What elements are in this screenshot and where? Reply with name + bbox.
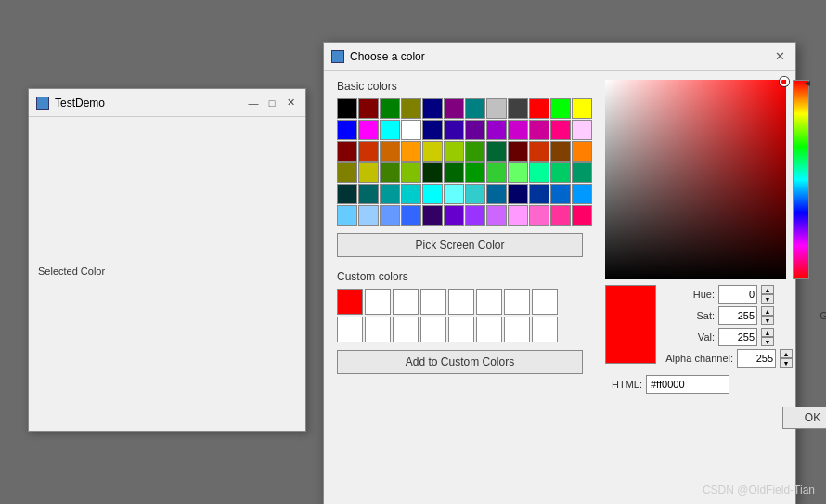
custom-color-swatch[interactable]: [532, 317, 558, 342]
sat-spin-down[interactable]: ▼: [761, 316, 774, 325]
pick-screen-color-button[interactable]: Pick Screen Color: [337, 233, 583, 257]
basic-color-swatch[interactable]: [465, 205, 485, 226]
basic-color-swatch[interactable]: [380, 205, 400, 226]
basic-color-swatch[interactable]: [422, 184, 443, 204]
basic-color-swatch[interactable]: [486, 162, 507, 183]
basic-color-swatch[interactable]: [380, 184, 400, 204]
basic-color-swatch[interactable]: [572, 98, 592, 119]
basic-color-swatch[interactable]: [572, 162, 592, 183]
basic-color-swatch[interactable]: [401, 162, 421, 183]
basic-color-swatch[interactable]: [380, 120, 400, 140]
basic-color-swatch[interactable]: [337, 184, 357, 204]
basic-color-swatch[interactable]: [529, 141, 549, 162]
basic-color-swatch[interactable]: [401, 120, 421, 140]
val-spin-up[interactable]: ▲: [761, 328, 774, 337]
basic-color-swatch[interactable]: [444, 184, 464, 204]
val-input[interactable]: [718, 328, 757, 346]
basic-color-swatch[interactable]: [508, 205, 528, 226]
custom-color-swatch[interactable]: [337, 317, 363, 342]
custom-color-swatch[interactable]: [420, 289, 446, 315]
basic-color-swatch[interactable]: [572, 184, 592, 204]
basic-color-swatch[interactable]: [508, 184, 528, 204]
basic-color-swatch[interactable]: [380, 98, 400, 119]
basic-color-swatch[interactable]: [337, 141, 357, 162]
bg-maximize-button[interactable]: □: [265, 96, 279, 110]
basic-color-swatch[interactable]: [508, 98, 528, 119]
alpha-spin-up[interactable]: ▲: [780, 349, 793, 358]
basic-color-swatch[interactable]: [529, 184, 549, 204]
basic-color-swatch[interactable]: [358, 141, 379, 162]
basic-color-swatch[interactable]: [444, 98, 464, 119]
basic-color-swatch[interactable]: [529, 162, 549, 183]
basic-color-swatch[interactable]: [444, 141, 464, 162]
basic-color-swatch[interactable]: [358, 184, 379, 204]
basic-color-swatch[interactable]: [358, 98, 379, 119]
basic-color-swatch[interactable]: [465, 120, 485, 140]
basic-color-swatch[interactable]: [508, 162, 528, 183]
basic-color-swatch[interactable]: [550, 184, 571, 204]
custom-color-swatch[interactable]: [504, 289, 530, 315]
sat-spin-up[interactable]: ▲: [761, 306, 774, 316]
hue-spin-up[interactable]: ▲: [761, 285, 774, 294]
basic-color-swatch[interactable]: [550, 205, 571, 226]
basic-color-swatch[interactable]: [380, 141, 400, 162]
basic-color-swatch[interactable]: [401, 141, 421, 162]
basic-color-swatch[interactable]: [550, 120, 571, 140]
custom-color-swatch[interactable]: [504, 317, 530, 342]
basic-color-swatch[interactable]: [337, 162, 357, 183]
html-input[interactable]: [646, 375, 729, 394]
custom-color-swatch[interactable]: [365, 289, 391, 315]
alpha-spin-down[interactable]: ▼: [780, 358, 793, 368]
basic-color-swatch[interactable]: [529, 120, 549, 140]
basic-color-swatch[interactable]: [486, 184, 507, 204]
basic-color-swatch[interactable]: [508, 141, 528, 162]
custom-color-swatch[interactable]: [393, 317, 419, 342]
basic-color-swatch[interactable]: [465, 184, 485, 204]
custom-color-swatch[interactable]: [476, 289, 502, 315]
basic-color-swatch[interactable]: [444, 205, 464, 226]
basic-color-swatch[interactable]: [465, 98, 485, 119]
custom-color-swatch[interactable]: [365, 317, 391, 342]
bg-minimize-button[interactable]: —: [246, 96, 261, 110]
basic-color-swatch[interactable]: [465, 162, 485, 183]
basic-color-swatch[interactable]: [337, 98, 357, 119]
basic-color-swatch[interactable]: [508, 120, 528, 140]
basic-color-swatch[interactable]: [529, 205, 549, 226]
basic-color-swatch[interactable]: [401, 184, 421, 204]
basic-color-swatch[interactable]: [337, 120, 357, 140]
hue-spin-down[interactable]: ▼: [761, 294, 774, 304]
basic-color-swatch[interactable]: [422, 162, 443, 183]
hue-input[interactable]: [718, 285, 757, 304]
basic-color-swatch[interactable]: [422, 205, 443, 226]
basic-color-swatch[interactable]: [572, 120, 592, 140]
ok-button[interactable]: OK: [782, 407, 826, 429]
basic-color-swatch[interactable]: [486, 205, 507, 226]
basic-color-swatch[interactable]: [572, 205, 592, 226]
basic-color-swatch[interactable]: [380, 162, 400, 183]
custom-color-swatch[interactable]: [393, 289, 419, 315]
custom-color-swatch[interactable]: [532, 289, 558, 315]
basic-color-swatch[interactable]: [358, 205, 379, 226]
color-gradient-picker[interactable]: [605, 80, 809, 279]
custom-color-swatch[interactable]: [448, 289, 474, 315]
basic-color-swatch[interactable]: [465, 141, 485, 162]
bg-close-button[interactable]: ✕: [283, 96, 298, 110]
custom-color-swatch[interactable]: [420, 317, 446, 342]
hue-strip[interactable]: [793, 80, 809, 279]
basic-color-swatch[interactable]: [529, 98, 549, 119]
basic-color-swatch[interactable]: [422, 120, 443, 140]
basic-color-swatch[interactable]: [422, 141, 443, 162]
basic-color-swatch[interactable]: [550, 162, 571, 183]
basic-color-swatch[interactable]: [550, 98, 571, 119]
basic-color-swatch[interactable]: [401, 98, 421, 119]
basic-color-swatch[interactable]: [486, 98, 507, 119]
basic-color-swatch[interactable]: [444, 162, 464, 183]
alpha-input[interactable]: [737, 349, 776, 368]
basic-color-swatch[interactable]: [358, 120, 379, 140]
basic-color-swatch[interactable]: [422, 98, 443, 119]
basic-color-swatch[interactable]: [401, 205, 421, 226]
custom-color-swatch[interactable]: [476, 317, 502, 342]
custom-color-swatch[interactable]: [448, 317, 474, 342]
basic-color-swatch[interactable]: [444, 120, 464, 140]
val-spin-down[interactable]: ▼: [761, 337, 774, 346]
